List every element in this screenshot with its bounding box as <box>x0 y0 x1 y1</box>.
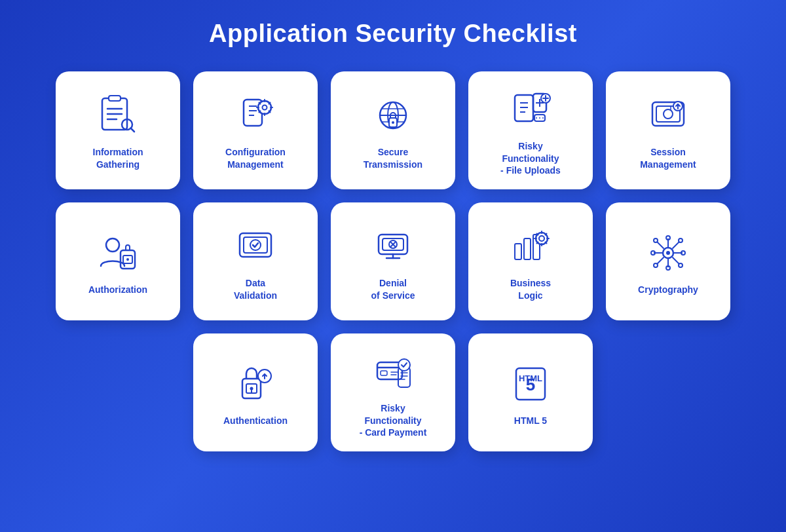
row-1: InformationGathering <box>39 71 747 189</box>
html5-label: HTML 5 <box>514 415 547 427</box>
svg-point-82 <box>651 251 655 255</box>
svg-point-48 <box>106 238 119 252</box>
file-uploads-icon <box>508 86 553 132</box>
svg-line-73 <box>537 242 538 244</box>
cryptography-icon <box>645 230 691 276</box>
authentication-icon <box>233 361 278 407</box>
card-secure-transmission[interactable]: SecureTransmission <box>331 71 455 189</box>
dos-label: Denialof Service <box>371 277 415 302</box>
svg-point-90 <box>679 238 683 242</box>
dos-icon <box>370 223 416 269</box>
svg-point-76 <box>666 251 670 255</box>
row-3: Authentication <box>39 333 747 451</box>
card-configuration-management[interactable]: ConfigurationManagement <box>193 71 318 189</box>
file-uploads-label: RiskyFunctionality- File Uploads <box>500 140 561 178</box>
card-information-gathering[interactable]: InformationGathering <box>56 71 180 189</box>
authorization-label: Authorization <box>88 284 147 296</box>
html5-icon: 5 HTML <box>508 361 553 407</box>
svg-point-84 <box>681 251 685 255</box>
svg-point-51 <box>126 258 129 261</box>
card-cryptography[interactable]: Cryptography <box>606 202 730 320</box>
card-authorization[interactable]: Authorization <box>56 202 180 320</box>
svg-line-74 <box>546 234 547 235</box>
page-wrapper: Application Security Checklist Informati… <box>0 0 786 532</box>
page-title: Application Security Checklist <box>39 20 747 48</box>
svg-rect-62 <box>515 244 521 259</box>
card-risky-card-payment[interactable]: RiskyFunctionality- Card Payment <box>331 333 455 451</box>
svg-line-72 <box>546 242 547 244</box>
card-payment-label: RiskyFunctionality- Card Payment <box>360 402 427 440</box>
svg-line-89 <box>673 242 680 249</box>
svg-point-86 <box>654 238 658 242</box>
svg-point-80 <box>666 266 670 270</box>
svg-point-44 <box>664 109 673 119</box>
row-2: Authorization DataValidation <box>39 202 747 320</box>
svg-rect-101 <box>381 371 387 375</box>
svg-rect-1 <box>109 96 121 101</box>
svg-point-78 <box>666 236 670 240</box>
data-validation-label: DataValidation <box>234 277 277 302</box>
info-gathering-label: InformationGathering <box>93 146 143 171</box>
config-mgmt-icon <box>233 92 278 138</box>
svg-text:HTML: HTML <box>519 373 542 383</box>
card-session-management[interactable]: SessionManagement <box>606 71 730 189</box>
secure-trans-label: SecureTransmission <box>364 146 422 171</box>
svg-line-87 <box>673 257 680 264</box>
card-payment-icon <box>370 349 416 394</box>
business-logic-label: BusinessLogic <box>510 277 551 302</box>
card-authentication[interactable]: Authentication <box>193 333 318 451</box>
business-logic-icon <box>508 223 553 269</box>
authentication-label: Authentication <box>223 415 288 427</box>
cryptography-label: Cryptography <box>638 284 698 296</box>
info-gathering-icon <box>95 92 141 138</box>
card-risky-file-uploads[interactable]: RiskyFunctionality- File Uploads <box>468 71 593 189</box>
session-mgmt-icon <box>645 92 691 138</box>
svg-line-6 <box>131 128 135 132</box>
authorization-icon <box>95 230 141 276</box>
svg-line-91 <box>657 257 664 264</box>
card-data-validation[interactable]: DataValidation <box>193 202 318 320</box>
session-mgmt-label: SessionManagement <box>640 146 696 171</box>
svg-point-92 <box>654 263 658 267</box>
svg-line-85 <box>657 242 664 249</box>
card-html5[interactable]: 5 HTML HTML 5 <box>468 333 593 451</box>
svg-point-27 <box>392 121 394 124</box>
data-validation-icon <box>233 223 278 269</box>
svg-rect-63 <box>524 238 531 259</box>
secure-trans-icon <box>370 92 416 138</box>
config-mgmt-label: ConfigurationManagement <box>225 146 286 171</box>
card-denial-of-service[interactable]: Denialof Service <box>331 202 455 320</box>
svg-line-71 <box>537 234 538 235</box>
svg-point-105 <box>398 359 410 371</box>
svg-point-88 <box>679 263 683 267</box>
card-business-logic[interactable]: BusinessLogic <box>468 202 593 320</box>
